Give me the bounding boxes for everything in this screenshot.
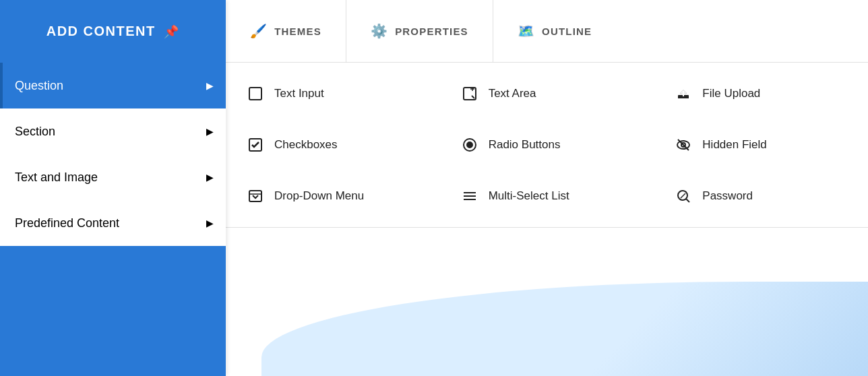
chevron-right-icon: ▶ xyxy=(206,80,214,91)
svg-line-16 xyxy=(681,193,685,198)
file-upload-icon xyxy=(674,86,693,102)
tab-themes[interactable]: 🖌️ THEMES xyxy=(226,0,346,62)
content-item-multi-select-list[interactable]: Multi-Select List xyxy=(440,170,654,222)
content-item-multi-select-list-label: Multi-Select List xyxy=(489,189,569,203)
content-item-password-label: Password xyxy=(702,189,753,203)
tab-themes-label: THEMES xyxy=(274,26,321,37)
pin-icon: 📌 xyxy=(164,24,180,39)
brush-icon: 🖌️ xyxy=(250,23,268,39)
chevron-right-icon: ▶ xyxy=(206,172,214,183)
content-item-hidden-field-label: Hidden Field xyxy=(702,138,766,152)
content-item-file-upload[interactable]: File Upload xyxy=(654,68,868,119)
content-item-file-upload-label: File Upload xyxy=(702,87,760,100)
svg-point-5 xyxy=(467,142,472,148)
sidebar-item-predefined-content-label: Predefined Content xyxy=(15,216,119,230)
svg-rect-0 xyxy=(249,88,261,100)
sidebar-item-predefined-content[interactable]: Predefined Content ▶ xyxy=(0,200,226,246)
content-item-checkboxes[interactable]: Checkboxes xyxy=(226,119,440,170)
content-items-grid: Text Input Text Area xyxy=(226,63,868,227)
sidebar-item-text-and-image-label: Text and Image xyxy=(15,170,98,185)
content-item-drop-down-menu[interactable]: Drop-Down Menu xyxy=(226,170,440,222)
top-tabs: 🖌️ THEMES ⚙️ PROPERTIES 🗺️ OUTLINE xyxy=(226,0,868,63)
bottom-wave-decoration xyxy=(261,282,868,376)
sidebar-item-section-label: Section xyxy=(15,125,55,139)
gear-icon: ⚙️ xyxy=(371,23,388,39)
content-item-text-area-label: Text Area xyxy=(489,87,536,100)
content-item-text-area[interactable]: Text Area xyxy=(440,68,654,119)
content-item-text-input[interactable]: Text Input xyxy=(226,68,440,119)
content-item-drop-down-menu-label: Drop-Down Menu xyxy=(274,189,364,203)
map-icon: 🗺️ xyxy=(518,23,535,39)
add-content-label: ADD CONTENT xyxy=(46,24,156,39)
content-item-radio-buttons-label: Radio Buttons xyxy=(489,138,561,152)
tab-outline-label: OUTLINE xyxy=(542,26,592,37)
svg-rect-9 xyxy=(249,191,261,201)
bottom-area xyxy=(226,227,868,376)
multi-select-list-icon xyxy=(460,188,479,204)
text-input-icon xyxy=(246,86,265,102)
content-item-radio-buttons[interactable]: Radio Buttons xyxy=(440,119,654,170)
sidebar-item-question[interactable]: Question ▶ xyxy=(0,63,226,108)
chevron-right-icon: ▶ xyxy=(206,126,214,137)
tab-properties-label: PROPERTIES xyxy=(395,26,468,37)
tab-properties[interactable]: ⚙️ PROPERTIES xyxy=(346,0,493,62)
drop-down-menu-icon xyxy=(246,188,265,204)
tab-outline[interactable]: 🗺️ OUTLINE xyxy=(493,0,616,62)
text-area-icon xyxy=(460,86,479,102)
main-panel: 🖌️ THEMES ⚙️ PROPERTIES 🗺️ OUTLINE Text … xyxy=(226,0,868,376)
sidebar-item-section[interactable]: Section ▶ xyxy=(0,108,226,154)
content-item-hidden-field[interactable]: Hidden Field xyxy=(654,119,868,170)
sidebar-item-question-label: Question xyxy=(15,79,63,93)
hidden-field-icon xyxy=(674,137,693,153)
password-icon xyxy=(674,188,693,204)
radio-buttons-icon xyxy=(460,137,479,153)
sidebar: ADD CONTENT 📌 Question ▶ Section ▶ Text … xyxy=(0,0,226,376)
checkboxes-icon xyxy=(246,137,265,153)
sidebar-item-text-and-image[interactable]: Text and Image ▶ xyxy=(0,154,226,200)
chevron-right-icon: ▶ xyxy=(206,218,214,228)
content-item-text-input-label: Text Input xyxy=(274,87,324,100)
sidebar-menu: Question ▶ Section ▶ Text and Image ▶ Pr… xyxy=(0,63,226,246)
svg-line-15 xyxy=(687,199,690,203)
content-item-password[interactable]: Password xyxy=(654,170,868,222)
add-content-button[interactable]: ADD CONTENT 📌 xyxy=(0,0,226,63)
content-item-checkboxes-label: Checkboxes xyxy=(274,138,338,152)
sidebar-bottom-block xyxy=(0,246,226,376)
